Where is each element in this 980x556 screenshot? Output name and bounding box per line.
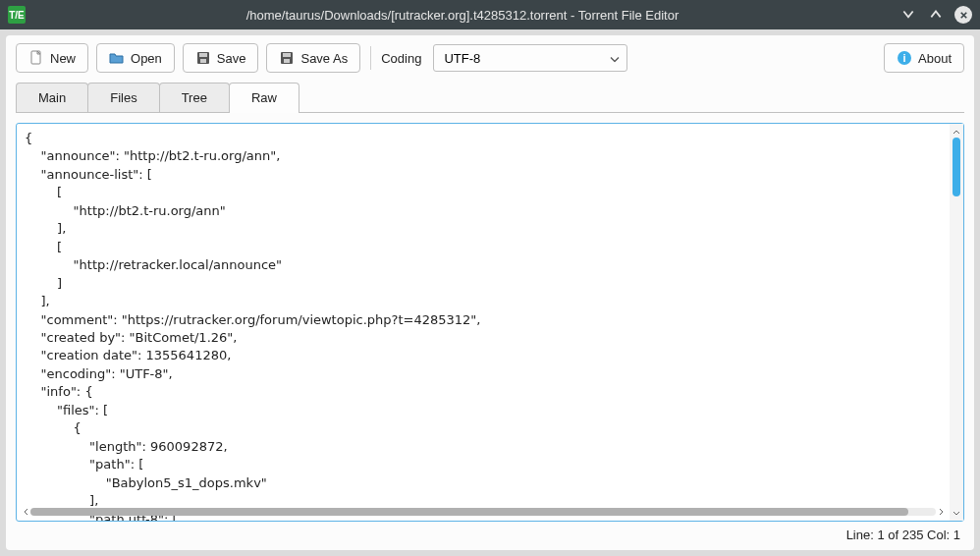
open-button-label: Open <box>131 51 162 66</box>
vertical-scrollbar[interactable] <box>950 124 963 521</box>
save-as-button-label: Save As <box>300 51 348 66</box>
scroll-down-icon[interactable] <box>953 507 960 519</box>
tab-tree[interactable]: Tree <box>159 83 230 112</box>
raw-editor[interactable]: { "announce": "http://bt2.t-ru.org/ann",… <box>17 124 950 521</box>
about-button[interactable]: i About <box>884 43 964 73</box>
svg-rect-3 <box>200 59 206 63</box>
svg-rect-5 <box>283 53 291 57</box>
tab-files[interactable]: Files <box>87 83 159 112</box>
hscroll-track[interactable] <box>30 508 936 516</box>
main-panel: New Open Save Save As Coding i About Ma <box>6 35 974 550</box>
coding-label: Coding <box>381 51 421 66</box>
window-controls <box>899 6 972 24</box>
new-button[interactable]: New <box>16 43 88 73</box>
coding-select[interactable] <box>433 44 627 72</box>
new-button-label: New <box>50 51 76 66</box>
open-folder-icon <box>109 50 125 66</box>
save-button[interactable]: Save <box>183 43 259 73</box>
svg-rect-2 <box>199 53 207 57</box>
toolbar: New Open Save Save As Coding i About <box>16 43 964 73</box>
scroll-left-icon[interactable] <box>21 508 30 516</box>
app-icon: T/E <box>8 6 26 24</box>
vscroll-track[interactable] <box>953 138 960 507</box>
window-title: /home/taurus/Downloads/[rutracker.org].t… <box>33 8 892 23</box>
horizontal-scrollbar[interactable] <box>21 506 946 518</box>
new-file-icon <box>28 50 44 66</box>
tab-bar: Main Files Tree Raw <box>16 83 964 113</box>
editor-box: { "announce": "http://bt2.t-ru.org/ann",… <box>16 123 964 522</box>
scroll-up-icon[interactable] <box>953 126 960 138</box>
vscroll-thumb[interactable] <box>953 138 960 196</box>
maximize-button[interactable] <box>927 6 945 24</box>
save-icon <box>195 50 211 66</box>
tab-raw[interactable]: Raw <box>229 83 299 112</box>
save-as-icon <box>279 50 295 66</box>
minimize-button[interactable] <box>899 6 917 24</box>
toolbar-separator <box>370 46 371 70</box>
status-bar: Line: 1 of 235 Col: 1 <box>16 522 964 542</box>
save-button-label: Save <box>217 51 246 66</box>
save-as-button[interactable]: Save As <box>266 43 360 73</box>
hscroll-thumb[interactable] <box>30 508 908 516</box>
close-button[interactable] <box>954 6 972 24</box>
titlebar: T/E /home/taurus/Downloads/[rutracker.or… <box>0 0 980 29</box>
scroll-right-icon[interactable] <box>936 508 946 516</box>
svg-rect-6 <box>284 59 290 63</box>
tab-main[interactable]: Main <box>16 83 88 112</box>
info-icon: i <box>897 50 912 66</box>
coding-select-wrap <box>433 44 627 72</box>
editor-area: { "announce": "http://bt2.t-ru.org/ann",… <box>16 123 964 542</box>
about-button-label: About <box>918 51 952 66</box>
svg-text:i: i <box>902 52 905 64</box>
open-button[interactable]: Open <box>96 43 175 73</box>
